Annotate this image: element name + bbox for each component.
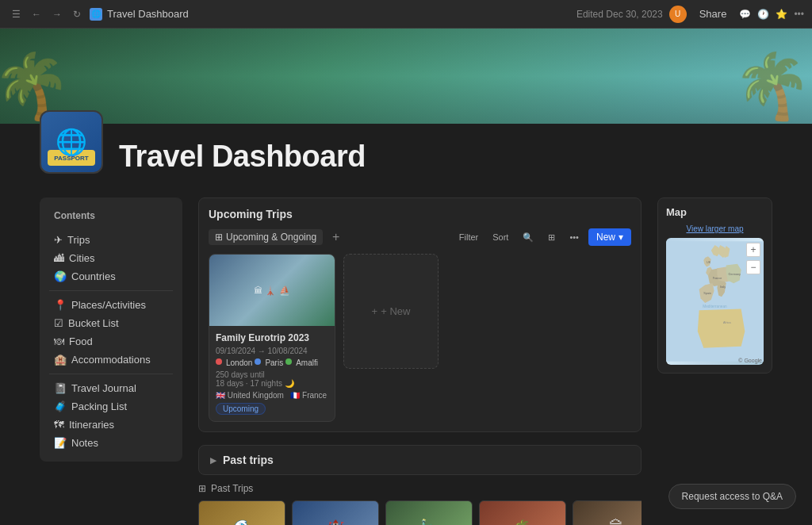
more-options-icon[interactable]: ••• xyxy=(794,9,804,20)
trip-card-title: Family Eurotrip 2023 xyxy=(216,332,328,343)
sidebar-item-places[interactable]: 📍Places/Activities xyxy=(49,296,173,314)
page-title-area: 🌐 PASSPORT Travel Dashboard xyxy=(0,124,812,197)
edited-timestamp: Edited Dec 30, 2023 xyxy=(576,9,663,20)
trips-icon: ✈ xyxy=(54,234,63,246)
sidebar-item-notes[interactable]: 📝Notes xyxy=(49,434,173,452)
topbar-left: ☰ ← → ↻ 🌐 Travel Dashboard xyxy=(8,7,189,21)
sort-button[interactable]: Sort xyxy=(488,230,513,244)
past-trips-header[interactable]: ▶ Past trips xyxy=(198,445,642,475)
comment-icon[interactable]: 💬 xyxy=(739,9,751,20)
svg-text:France: France xyxy=(713,277,722,280)
past-trips-db-label: ⊞ Past Trips xyxy=(198,483,642,494)
add-new-trip-button[interactable]: + + New xyxy=(343,254,439,369)
past-trip-newyork2022[interactable]: 🗽 New York 2022 1 year ago you were in U… xyxy=(385,500,473,525)
map-panel-title: Map xyxy=(666,206,764,218)
past-trip-italy2020[interactable]: 🏛 Italy 2020 4 years ago you were in Ita… xyxy=(573,500,642,525)
svg-text:Africa: Africa xyxy=(723,321,732,324)
upcoming-view-tab[interactable]: ⊞ Upcoming & Ongoing xyxy=(209,229,323,245)
view-larger-map-link[interactable]: View larger map xyxy=(666,224,764,233)
past-trip-img-miami2021: 🌴 xyxy=(480,501,565,525)
cities-icon: 🏙 xyxy=(54,252,64,264)
group-button[interactable]: ⊞ xyxy=(543,230,560,245)
nav-forward-button[interactable]: → xyxy=(48,7,66,21)
add-view-button[interactable]: + xyxy=(329,230,343,244)
db-icon: ⊞ xyxy=(198,483,206,494)
topbar: ☰ ← → ↻ 🌐 Travel Dashboard Edited Dec 30… xyxy=(0,0,812,29)
trip-countries: 🇬🇧 United Kingdom 🇫🇷 France xyxy=(216,391,328,400)
bucket-icon: ☑ xyxy=(54,317,63,329)
sidebar-section-contents: Contents ✈Trips 🏙Cities 🌍Countries 📍Plac… xyxy=(40,197,182,462)
menu-icon[interactable]: ☰ xyxy=(8,7,25,21)
more-button[interactable]: ••• xyxy=(565,230,584,244)
center-panel: Upcoming Trips ⊞ Upcoming & Ongoing + Fi… xyxy=(198,197,642,525)
gallery-icon: ⊞ xyxy=(215,232,223,243)
london-label: London xyxy=(226,358,252,367)
past-trip-img-italy2023: 🌊 xyxy=(199,501,285,525)
paris-dot xyxy=(255,358,261,365)
nav-back-button[interactable]: ← xyxy=(28,7,45,21)
share-button[interactable]: Share xyxy=(693,6,733,22)
trip-card-image: 🏛 🗼 ⛵ xyxy=(209,255,335,326)
clock-icon[interactable]: 🕐 xyxy=(757,9,769,20)
filter-button[interactable]: Filter xyxy=(454,230,483,244)
sidebar-item-bucket-list[interactable]: ☑Bucket List xyxy=(49,314,173,332)
map-zoom-out-button[interactable]: − xyxy=(746,260,760,274)
trip-card-body: Family Eurotrip 2023 09/19/2024 → 10/08/… xyxy=(209,326,335,421)
request-access-button[interactable]: Request access to Q&A xyxy=(668,484,796,509)
sidebar-item-food[interactable]: 🍽Food xyxy=(49,332,173,351)
past-trips-gallery: 🌊 South East Italy 2023 230 days ago you… xyxy=(198,500,642,525)
refresh-button[interactable]: ↻ xyxy=(69,7,85,21)
sidebar-item-accommodations[interactable]: 🏨Accommodations xyxy=(49,351,173,369)
db-toolbar-left: ⊞ Upcoming & Ongoing + xyxy=(209,229,343,245)
sidebar-item-countries[interactable]: 🌍Countries xyxy=(49,267,173,285)
topbar-title: Travel Dashboard xyxy=(107,8,189,20)
new-entry-button[interactable]: New ▾ xyxy=(588,228,631,246)
past-trip-italy2023[interactable]: 🌊 South East Italy 2023 230 days ago you… xyxy=(198,500,285,525)
upcoming-trips-panel: Upcoming Trips ⊞ Upcoming & Ongoing + Fi… xyxy=(198,197,642,432)
sidebar-item-itineraries[interactable]: 🗺Itineraries xyxy=(49,416,173,434)
sidebar-item-packing[interactable]: 🧳Packing List xyxy=(49,397,173,416)
upcoming-badge: Upcoming xyxy=(216,403,266,415)
db-toolbar-right: Filter Sort 🔍 ⊞ ••• New ▾ xyxy=(454,228,631,246)
main-content: Contents ✈Trips 🏙Cities 🌍Countries 📍Plac… xyxy=(0,197,812,525)
itineraries-icon: 🗺 xyxy=(54,419,64,431)
trip-card-eurotrip2023[interactable]: 🏛 🗼 ⛵ Family Eurotrip 2023 09/19/2024 → … xyxy=(209,254,335,422)
right-panel: Map View larger map xyxy=(657,197,772,525)
amalfi-label: Amalfi xyxy=(296,358,318,367)
chevron-icon: ▶ xyxy=(210,456,216,465)
page-icon-small: 🌐 xyxy=(90,8,102,21)
map-zoom-in-button[interactable]: + xyxy=(746,243,760,257)
star-icon[interactable]: ⭐ xyxy=(776,9,787,20)
palm-right-decoration: 🌴 xyxy=(733,49,812,124)
journal-icon: 📓 xyxy=(54,382,67,394)
sidebar-item-cities[interactable]: 🏙Cities xyxy=(49,249,173,267)
user-avatar[interactable]: U xyxy=(669,6,687,23)
map-container: Mediterranean France UK Germany Italy Sp… xyxy=(666,238,764,365)
past-trip-img-eurotrip2022: 🏰 xyxy=(293,501,378,525)
sidebar-item-journal[interactable]: 📓Travel Journal xyxy=(49,379,173,397)
page-title: Travel Dashboard xyxy=(119,140,366,174)
past-trip-eurotrip2022[interactable]: 🏰 Eurotrip 2022 1 year ago you were in U… xyxy=(292,500,379,525)
upcoming-panel-title: Upcoming Trips xyxy=(209,208,631,220)
accommodations-icon: 🏨 xyxy=(54,354,67,366)
trip-card-destinations: London Paris Amalfi xyxy=(216,358,328,367)
svg-text:Mediterranean: Mediterranean xyxy=(703,305,727,308)
db-toolbar-upcoming: ⊞ Upcoming & Ongoing + Filter Sort 🔍 ⊞ •… xyxy=(209,228,631,246)
sidebar-divider-2 xyxy=(49,374,173,374)
sidebar-divider-1 xyxy=(49,290,173,291)
trip-card-days-until: 250 days until xyxy=(216,370,328,379)
past-trips-section: ▶ Past trips ⊞ Past Trips 🌊 South East I… xyxy=(198,445,642,525)
trip-card-duration: 18 days · 17 nights 🌙 xyxy=(216,379,328,388)
past-trip-miami2021[interactable]: 🌴 Miami 2021 2 years ago you were in Uni… xyxy=(479,500,566,525)
plus-icon: + xyxy=(372,305,378,317)
past-trip-img-italy2020: 🏛 xyxy=(573,501,642,525)
search-button[interactable]: 🔍 xyxy=(518,230,538,245)
chevron-down-icon: ▾ xyxy=(619,232,623,243)
sidebar-section-title: Contents xyxy=(49,207,173,224)
upcoming-gallery: 🏛 🗼 ⛵ Family Eurotrip 2023 09/19/2024 → … xyxy=(209,254,631,422)
map-attribution: © Google xyxy=(738,358,762,363)
sidebar-item-trips[interactable]: ✈Trips xyxy=(49,231,173,249)
places-icon: 📍 xyxy=(54,299,67,311)
past-trip-img-newyork2022: 🗽 xyxy=(386,501,472,525)
paris-label: Paris xyxy=(265,358,283,367)
